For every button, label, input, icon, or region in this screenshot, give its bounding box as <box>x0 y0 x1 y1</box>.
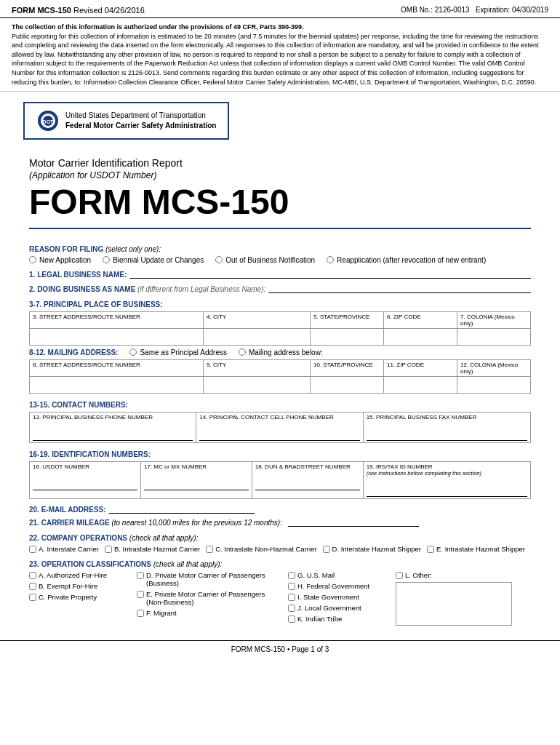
op-class-other-input[interactable] <box>396 572 403 579</box>
op-class-col4: L. Other: <box>396 571 527 626</box>
mail-state-value[interactable] <box>311 377 384 393</box>
irs-value[interactable] <box>367 482 527 497</box>
ops-check-interstate-carrier[interactable]: A. Interstate Carrier <box>29 545 99 553</box>
op-class-private-bus-nonbiz-input[interactable] <box>137 591 144 598</box>
op-class-state-gov-label: I. State Government <box>297 593 359 601</box>
contact-cell-cell: 14. PRINCIPAL CONTACT CELL PHONE NUMBER <box>196 413 363 442</box>
op-class-local-gov-input[interactable] <box>288 605 295 612</box>
report-subtitle: (Application for USDOT Number) <box>29 170 531 180</box>
ops-check-intrastate-hazmat-shipper[interactable]: E. Intrastate Hazmat Shipper <box>427 545 525 553</box>
op-class-local-gov[interactable]: J. Local Government <box>288 604 390 612</box>
legal-business-name-field[interactable] <box>129 268 531 279</box>
radio-biennial[interactable]: Biennial Update or Changes <box>103 256 204 264</box>
ops-check-interstate-carrier-input[interactable] <box>29 546 36 553</box>
radio-reapplication-input[interactable] <box>327 256 334 263</box>
ops-check-intrastate-hazmat-carrier[interactable]: B. Intrastate Hazmat Carrier <box>105 545 200 553</box>
mail-header-state: 10. STATE/PROVINCE <box>311 360 384 376</box>
op-class-state-gov[interactable]: I. State Government <box>288 593 390 601</box>
op-class-indian-tribe-label: K. Indian Tribe <box>297 615 342 623</box>
op-class-exempt-for-hire-input[interactable] <box>29 583 36 590</box>
contact-phone-value[interactable] <box>33 426 193 441</box>
page: FORM MCS-150 Revised 04/26/2016 OMB No.:… <box>0 0 560 745</box>
op-class-other[interactable]: L. Other: <box>396 571 527 579</box>
principal-state-value[interactable] <box>311 329 384 345</box>
radio-biennial-input[interactable] <box>103 256 110 263</box>
ops-check-interstate-hazmat-shipper-label: D. Interstate Hazmat Shipper <box>332 545 422 553</box>
legal-business-name-row: 1. LEGAL BUSINESS NAME: <box>29 268 531 279</box>
title-area: Motor Carrier Identification Report (App… <box>0 150 560 229</box>
radio-out-of-business[interactable]: Out of Business Notification <box>215 256 315 264</box>
op-class-private-bus[interactable]: D. Private Motor Carrier of Passengers (… <box>137 571 282 587</box>
ops-check-interstate-hazmat-shipper-input[interactable] <box>323 546 330 553</box>
principal-colonia-value[interactable] <box>457 329 530 345</box>
op-class-auth-for-hire[interactable]: A. Authorized For-Hire <box>29 571 131 579</box>
op-class-auth-for-hire-input[interactable] <box>29 572 36 579</box>
reason-for-filing-section: REASON FOR FILING (select only one): New… <box>29 245 531 264</box>
addr-header-colonia: 7. COLONIA (Mexico only) <box>457 312 530 328</box>
omb-number: OMB No.: 2126-0013 <box>401 6 470 14</box>
mailing-options-row: 8-12. MAILING ADDRESS: Same as Principal… <box>29 348 531 356</box>
mail-street-value[interactable] <box>30 377 204 393</box>
radio-reapplication[interactable]: Reapplication (after revocation of new e… <box>327 256 486 264</box>
contact-numbers-label: 13-15. CONTACT NUMBERS: <box>29 401 531 409</box>
ops-check-intrastate-non-hazmat[interactable]: C. Intrastate Non-Hazmat Carrier <box>206 545 316 553</box>
op-class-indian-tribe-input[interactable] <box>288 615 295 623</box>
op-class-other-box[interactable] <box>396 582 512 626</box>
op-class-exempt-for-hire-label: B. Exempt For-Hire <box>39 582 97 590</box>
op-class-private-property-input[interactable] <box>29 594 36 601</box>
principal-address-value-row <box>30 328 530 345</box>
mail-city-value[interactable] <box>204 377 311 393</box>
principal-street-value[interactable] <box>30 329 204 345</box>
contact-phone-cell: 13. PRINCIPAL BUSINESS PHONE NUMBER <box>30 413 196 442</box>
ops-check-intrastate-hazmat-shipper-input[interactable] <box>427 546 434 553</box>
report-title: Motor Carrier Identification Report <box>29 157 531 169</box>
op-class-exempt-for-hire[interactable]: B. Exempt For-Hire <box>29 582 131 590</box>
reason-qualifier: (select only one): <box>105 245 161 253</box>
mail-colonia-value[interactable] <box>457 377 530 393</box>
op-class-federal-gov[interactable]: H. Federal Government <box>288 582 390 590</box>
mc-mx-value[interactable] <box>144 476 249 490</box>
dba-field[interactable] <box>268 283 531 293</box>
title-divider <box>29 228 531 229</box>
notice-section: The collection of this information is au… <box>0 18 560 92</box>
op-class-us-mail-input[interactable] <box>288 572 295 579</box>
dot-text: United States Department of Transportati… <box>65 111 216 131</box>
radio-out-of-business-input[interactable] <box>215 256 223 263</box>
op-class-us-mail[interactable]: G. U.S. Mail <box>288 571 390 579</box>
op-class-migrant[interactable]: F. Migrant <box>137 609 282 617</box>
mail-zip-value[interactable] <box>384 377 457 393</box>
email-field[interactable] <box>109 503 255 514</box>
mileage-field[interactable] <box>288 517 419 527</box>
addr-header-street: 3. STREET ADDRESS/ROUTE NUMBER <box>30 312 204 328</box>
op-class-private-property[interactable]: C. Private Property <box>29 593 131 601</box>
ops-check-intrastate-non-hazmat-input[interactable] <box>206 546 213 553</box>
main-content: REASON FOR FILING (select only one): New… <box>0 235 560 629</box>
op-class-migrant-input[interactable] <box>137 610 144 617</box>
radio-same-principal-input[interactable] <box>129 348 137 356</box>
op-class-grid: A. Authorized For-Hire B. Exempt For-Hir… <box>29 571 531 626</box>
op-class-federal-gov-label: H. Federal Government <box>297 582 369 590</box>
op-class-col2: D. Private Motor Carrier of Passengers (… <box>137 571 282 626</box>
op-class-indian-tribe[interactable]: K. Indian Tribe <box>288 615 390 623</box>
op-class-private-bus-nonbiz[interactable]: E. Private Motor Carrier of Passengers (… <box>137 590 282 606</box>
ops-check-interstate-carrier-label: A. Interstate Carrier <box>39 545 99 553</box>
op-class-federal-gov-input[interactable] <box>288 583 295 590</box>
op-class-private-bus-input[interactable] <box>137 572 144 579</box>
contact-fax-value[interactable] <box>367 426 527 441</box>
radio-new-application-input[interactable] <box>29 256 36 263</box>
ops-check-interstate-hazmat-shipper[interactable]: D. Interstate Hazmat Shipper <box>323 545 422 553</box>
op-class-qualifier: (check all that apply): <box>153 560 223 568</box>
radio-mailing-below-input[interactable] <box>239 348 246 356</box>
duns-value[interactable] <box>255 476 360 490</box>
usdot-value[interactable] <box>33 476 137 490</box>
principal-city-value[interactable] <box>204 329 311 345</box>
ops-check-intrastate-hazmat-carrier-input[interactable] <box>105 546 112 553</box>
op-class-state-gov-input[interactable] <box>288 594 295 601</box>
usdot-cell: 16. USDOT NUMBER <box>30 462 141 498</box>
op-class-migrant-label: F. Migrant <box>146 609 177 617</box>
radio-new-application[interactable]: New Application <box>29 256 91 264</box>
principal-zip-value[interactable] <box>384 329 457 345</box>
contact-cell-value[interactable] <box>199 426 359 441</box>
radio-same-as-principal[interactable]: Same as Principal Address <box>129 348 227 356</box>
radio-mailing-below[interactable]: Mailing address below: <box>239 348 323 356</box>
